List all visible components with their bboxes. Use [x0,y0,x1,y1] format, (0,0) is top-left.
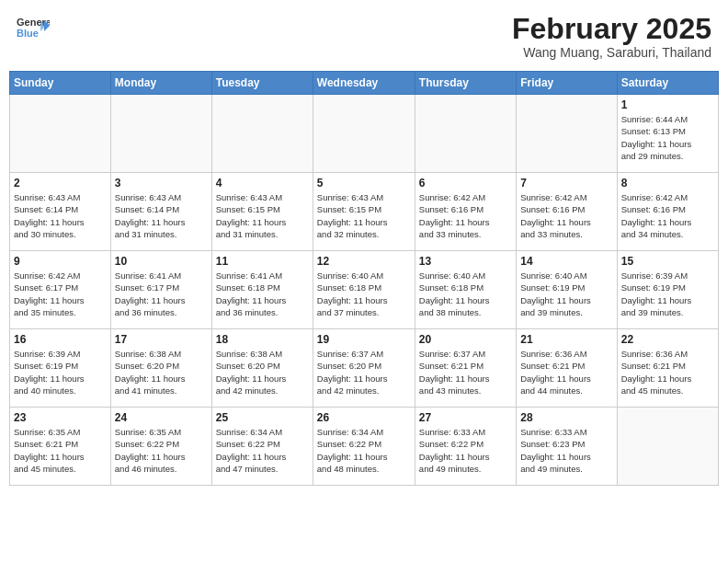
day-number: 26 [317,411,411,424]
day-info: Sunrise: 6:35 AM Sunset: 6:22 PM Dayligh… [115,426,208,475]
day-number: 20 [419,333,512,346]
day-number: 11 [216,255,309,268]
calendar-cell: 7Sunrise: 6:42 AM Sunset: 6:16 PM Daylig… [517,173,617,251]
day-info: Sunrise: 6:40 AM Sunset: 6:18 PM Dayligh… [419,270,512,318]
calendar-cell: 27Sunrise: 6:33 AM Sunset: 6:22 PM Dayli… [415,408,516,486]
day-info: Sunrise: 6:34 AM Sunset: 6:22 PM Dayligh… [216,426,309,475]
day-info: Sunrise: 6:42 AM Sunset: 6:16 PM Dayligh… [419,191,512,240]
day-info: Sunrise: 6:39 AM Sunset: 6:19 PM Dayligh… [621,270,714,318]
calendar-cell: 9Sunrise: 6:42 AM Sunset: 6:17 PM Daylig… [10,251,111,329]
calendar-cell: 23Sunrise: 6:35 AM Sunset: 6:21 PM Dayli… [10,408,111,486]
calendar-cell [211,95,313,173]
day-number: 19 [317,333,411,346]
calendar-cell: 3Sunrise: 6:43 AM Sunset: 6:14 PM Daylig… [110,173,211,251]
calendar-cell: 16Sunrise: 6:39 AM Sunset: 6:19 PM Dayli… [10,329,111,408]
calendar-cell: 1Sunrise: 6:44 AM Sunset: 6:13 PM Daylig… [617,95,718,173]
calendar-cell: 25Sunrise: 6:34 AM Sunset: 6:22 PM Dayli… [211,408,313,486]
weekday-header-row: SundayMondayTuesdayWednesdayThursdayFrid… [10,72,719,95]
calendar-cell: 11Sunrise: 6:41 AM Sunset: 6:18 PM Dayli… [211,251,313,329]
calendar-cell: 20Sunrise: 6:37 AM Sunset: 6:21 PM Dayli… [415,329,516,408]
day-info: Sunrise: 6:36 AM Sunset: 6:21 PM Dayligh… [520,348,612,396]
day-number: 9 [14,255,107,268]
day-number: 21 [520,333,612,346]
day-number: 7 [520,177,612,190]
day-info: Sunrise: 6:33 AM Sunset: 6:23 PM Dayligh… [520,426,612,475]
day-info: Sunrise: 6:42 AM Sunset: 6:16 PM Dayligh… [621,191,714,240]
calendar-cell: 4Sunrise: 6:43 AM Sunset: 6:15 PM Daylig… [211,173,313,251]
calendar-cell: 19Sunrise: 6:37 AM Sunset: 6:20 PM Dayli… [313,329,415,408]
calendar-cell: 22Sunrise: 6:36 AM Sunset: 6:21 PM Dayli… [617,329,718,408]
calendar-cell: 8Sunrise: 6:42 AM Sunset: 6:16 PM Daylig… [617,173,718,251]
weekday-monday: Monday [110,72,211,95]
calendar-week-3: 9Sunrise: 6:42 AM Sunset: 6:17 PM Daylig… [10,251,719,329]
page-header: General Blue February 2025 Wang Muang, S… [9,9,719,63]
calendar-cell: 15Sunrise: 6:39 AM Sunset: 6:19 PM Dayli… [617,251,718,329]
day-info: Sunrise: 6:42 AM Sunset: 6:17 PM Dayligh… [14,270,107,318]
calendar-cell [110,95,211,173]
calendar-cell: 6Sunrise: 6:42 AM Sunset: 6:16 PM Daylig… [415,173,516,251]
day-number: 8 [621,177,714,190]
day-info: Sunrise: 6:43 AM Sunset: 6:14 PM Dayligh… [115,191,208,240]
day-number: 15 [621,255,714,268]
weekday-thursday: Thursday [415,72,516,95]
day-number: 2 [14,177,107,190]
day-number: 24 [115,411,208,424]
day-info: Sunrise: 6:37 AM Sunset: 6:21 PM Dayligh… [419,348,512,396]
calendar-cell: 12Sunrise: 6:40 AM Sunset: 6:18 PM Dayli… [313,251,415,329]
calendar-cell: 28Sunrise: 6:33 AM Sunset: 6:23 PM Dayli… [517,408,617,486]
day-number: 5 [317,177,411,190]
calendar-week-4: 16Sunrise: 6:39 AM Sunset: 6:19 PM Dayli… [10,329,719,408]
day-number: 16 [14,333,107,346]
calendar-cell [415,95,516,173]
day-number: 1 [621,98,714,111]
day-number: 27 [419,411,512,424]
day-number: 22 [621,333,714,346]
calendar-cell: 14Sunrise: 6:40 AM Sunset: 6:19 PM Dayli… [517,251,617,329]
day-info: Sunrise: 6:41 AM Sunset: 6:17 PM Dayligh… [115,270,208,318]
weekday-friday: Friday [517,72,617,95]
logo-icon: General Blue [17,13,50,39]
day-info: Sunrise: 6:34 AM Sunset: 6:22 PM Dayligh… [317,426,411,475]
calendar-cell [617,408,718,486]
day-number: 4 [216,177,309,190]
day-number: 28 [520,411,612,424]
location-subtitle: Wang Muang, Saraburi, Thailand [512,45,711,60]
weekday-tuesday: Tuesday [211,72,313,95]
day-info: Sunrise: 6:41 AM Sunset: 6:18 PM Dayligh… [216,270,309,318]
calendar-cell: 18Sunrise: 6:38 AM Sunset: 6:20 PM Dayli… [211,329,313,408]
calendar-cell: 5Sunrise: 6:43 AM Sunset: 6:15 PM Daylig… [313,173,415,251]
calendar-week-2: 2Sunrise: 6:43 AM Sunset: 6:14 PM Daylig… [10,173,719,251]
day-number: 10 [115,255,208,268]
title-area: February 2025 Wang Muang, Saraburi, Thai… [512,13,711,60]
day-info: Sunrise: 6:40 AM Sunset: 6:19 PM Dayligh… [520,270,612,318]
calendar-table: SundayMondayTuesdayWednesdayThursdayFrid… [9,71,719,486]
logo-area: General Blue [17,13,50,39]
day-number: 23 [14,411,107,424]
day-number: 6 [419,177,512,190]
day-number: 18 [216,333,309,346]
day-info: Sunrise: 6:42 AM Sunset: 6:16 PM Dayligh… [520,191,612,240]
day-info: Sunrise: 6:40 AM Sunset: 6:18 PM Dayligh… [317,270,411,318]
day-info: Sunrise: 6:39 AM Sunset: 6:19 PM Dayligh… [14,348,107,396]
day-info: Sunrise: 6:44 AM Sunset: 6:13 PM Dayligh… [621,113,714,162]
calendar-cell [517,95,617,173]
day-number: 25 [216,411,309,424]
calendar-cell: 13Sunrise: 6:40 AM Sunset: 6:18 PM Dayli… [415,251,516,329]
day-info: Sunrise: 6:36 AM Sunset: 6:21 PM Dayligh… [621,348,714,396]
calendar-cell: 26Sunrise: 6:34 AM Sunset: 6:22 PM Dayli… [313,408,415,486]
svg-text:Blue: Blue [17,28,39,39]
calendar-week-5: 23Sunrise: 6:35 AM Sunset: 6:21 PM Dayli… [10,408,719,486]
calendar-cell: 21Sunrise: 6:36 AM Sunset: 6:21 PM Dayli… [517,329,617,408]
month-title: February 2025 [512,13,711,45]
day-number: 12 [317,255,411,268]
weekday-sunday: Sunday [10,72,111,95]
calendar-cell: 17Sunrise: 6:38 AM Sunset: 6:20 PM Dayli… [110,329,211,408]
day-info: Sunrise: 6:37 AM Sunset: 6:20 PM Dayligh… [317,348,411,396]
calendar-cell: 10Sunrise: 6:41 AM Sunset: 6:17 PM Dayli… [110,251,211,329]
day-info: Sunrise: 6:43 AM Sunset: 6:15 PM Dayligh… [216,191,309,240]
calendar-cell [10,95,111,173]
calendar-week-1: 1Sunrise: 6:44 AM Sunset: 6:13 PM Daylig… [10,95,719,173]
day-info: Sunrise: 6:35 AM Sunset: 6:21 PM Dayligh… [14,426,107,475]
calendar-body: 1Sunrise: 6:44 AM Sunset: 6:13 PM Daylig… [10,95,719,486]
day-info: Sunrise: 6:43 AM Sunset: 6:15 PM Dayligh… [317,191,411,240]
